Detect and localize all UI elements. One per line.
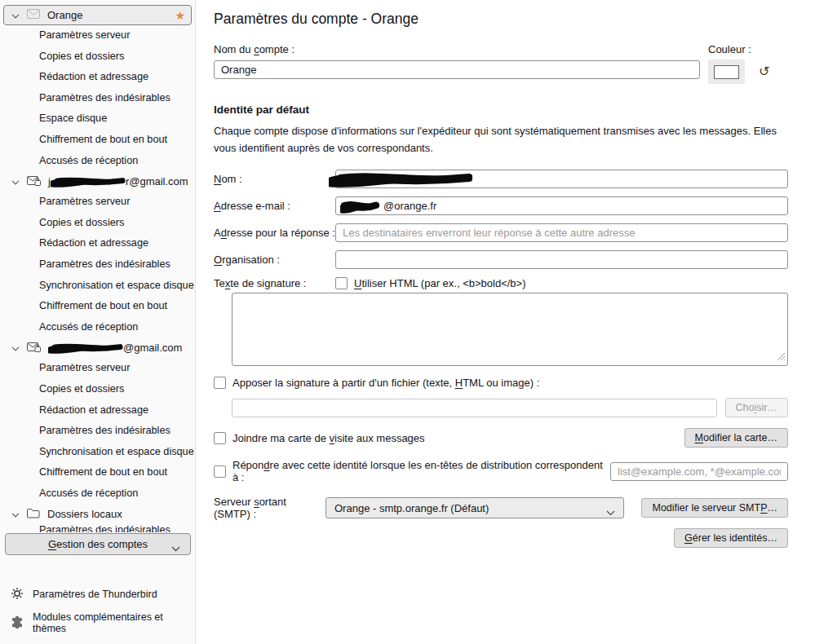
sidebar-item[interactable]: Espace disque — [0, 108, 195, 130]
sidebar: Orange ★ Paramètres serveurCopies et dos… — [0, 0, 196, 644]
manage-accounts-label: Gestion des comptes — [48, 538, 148, 550]
sidebar-item[interactable]: Chiffrement de bout en bout — [0, 130, 195, 151]
reply-to-label: Adresse pour la réponse : — [214, 227, 335, 239]
sidebar-item[interactable]: Copies et dossiers — [0, 379, 195, 400]
organization-label: Organisation : — [214, 254, 335, 266]
sidebar-item[interactable]: Paramètres serveur — [0, 25, 195, 46]
folder-icon — [27, 508, 40, 521]
choose-file-button[interactable]: Choisir… — [725, 398, 788, 417]
account-settings-pane: Paramètres du compte - Orange Nom du com… — [196, 0, 815, 644]
sidebar-footer-label: Paramètres de Thunderbird — [33, 589, 157, 600]
sidebar-account[interactable]: Dossiers locaux — [3, 504, 192, 524]
gear-icon — [11, 587, 24, 602]
sidebar-item[interactable]: Copies et dossiers — [0, 213, 195, 234]
mail-lock-icon — [27, 175, 41, 188]
account-name: Orange — [47, 9, 82, 21]
chevron-down-icon[interactable] — [11, 9, 20, 21]
color-label: Couleur : — [708, 43, 751, 55]
account-tree: Orange ★ Paramètres serveurCopies et dos… — [0, 5, 195, 524]
sidebar-item[interactable]: Accusés de réception — [0, 151, 195, 172]
attach-vcard-checkbox[interactable] — [214, 432, 226, 444]
chevron-down-icon[interactable] — [11, 508, 20, 520]
account-name-label: Nom du compte : — [214, 43, 700, 55]
signature-textarea[interactable] — [232, 293, 788, 366]
account-color-swatch[interactable] — [708, 60, 745, 84]
edit-smtp-button[interactable]: Modifier le serveur SMTP… — [641, 498, 788, 518]
use-html-checkbox[interactable] — [335, 277, 348, 289]
sidebar-item[interactable]: Rédaction et adressage — [0, 233, 195, 254]
manage-identities-button[interactable]: Gérer les identités… — [674, 528, 788, 548]
use-html-label: Utiliser HTML (par ex., <b>bold</b>) — [354, 277, 526, 289]
sidebar-item[interactable]: Rédaction et adressage — [0, 400, 195, 421]
mail-lock-icon — [27, 342, 41, 355]
sidebar-item[interactable]: Rédaction et adressage — [0, 67, 195, 88]
reply-to-input[interactable] — [335, 223, 788, 242]
sidebar-footer-item[interactable]: Paramètres de Thunderbird — [11, 584, 195, 604]
sidebar-item[interactable]: Accusés de réception — [0, 317, 195, 338]
puzzle-icon — [11, 615, 24, 631]
chevron-down-icon — [606, 506, 615, 518]
sidebar-footer: Paramètres de Thunderbird Modules complé… — [0, 584, 195, 633]
chevron-down-icon — [171, 542, 180, 554]
list-headers-input[interactable] — [610, 462, 788, 481]
sidebar-item-partial[interactable]: Paramètres des indésirables — [0, 524, 195, 532]
sidebar-item[interactable]: Synchronisation et espace disque — [0, 276, 195, 297]
reply-from-identity-label: Répondre avec cette identité lorsque les… — [233, 459, 604, 483]
chevron-down-icon[interactable] — [11, 342, 20, 354]
sidebar-account[interactable]: j r@gmail.com — [3, 171, 192, 192]
sidebar-item[interactable]: Paramètres des indésirables — [0, 254, 195, 276]
smtp-server-select[interactable]: Orange - smtp.orange.fr (Défaut) — [326, 497, 624, 518]
account-name: j r@gmail.com — [48, 175, 188, 187]
sidebar-item[interactable]: Chiffrement de bout en bout — [0, 462, 195, 483]
star-icon[interactable]: ★ — [175, 10, 185, 21]
attach-vcard-label: Joindre ma carte de visite aux messages — [233, 432, 425, 444]
attach-signature-file-checkbox[interactable] — [214, 377, 226, 389]
sidebar-item[interactable]: Paramètres des indésirables — [0, 88, 195, 109]
name-input[interactable] — [335, 170, 788, 188]
account-name: @gmail.com — [48, 342, 182, 354]
sidebar-item[interactable]: Paramètres serveur — [0, 192, 195, 213]
sidebar-item[interactable]: Chiffrement de bout en bout — [0, 296, 195, 317]
identity-description: Chaque compte dispose d'informations sur… — [214, 122, 785, 157]
sidebar-footer-item[interactable]: Modules complémentaires et thèmes — [11, 613, 195, 633]
sidebar-item[interactable]: Synchronisation et espace disque — [0, 442, 195, 463]
signature-label: Texte de signature : — [214, 277, 335, 289]
signature-file-path-input[interactable] — [232, 399, 717, 417]
email-label: Adresse e-mail : — [214, 200, 335, 212]
thunderbird-account-settings: Orange ★ Paramètres serveurCopies et dos… — [0, 0, 815, 644]
account-name-input[interactable] — [214, 60, 700, 79]
organization-input[interactable] — [335, 250, 788, 269]
sidebar-footer-label: Modules complémentaires et thèmes — [33, 611, 195, 634]
smtp-selected-value: Orange - smtp.orange.fr (Défaut) — [334, 502, 489, 514]
attach-signature-file-label: Apposer la signature à partir d'un fichi… — [233, 377, 539, 389]
reset-color-icon[interactable]: ↺ — [759, 65, 769, 78]
account-name: Dossiers locaux — [47, 508, 122, 520]
sidebar-item[interactable]: Paramètres des indésirables — [0, 421, 195, 442]
chevron-down-icon[interactable] — [11, 175, 20, 187]
manage-accounts-button[interactable]: Gestion des comptes — [5, 533, 191, 555]
sidebar-account[interactable]: Orange ★ — [3, 5, 192, 25]
sidebar-item[interactable]: Paramètres serveur — [0, 358, 195, 379]
sidebar-item[interactable]: Accusés de réception — [0, 483, 195, 505]
smtp-label: Serveur sortant (SMTP) : — [214, 496, 326, 520]
edit-vcard-button[interactable]: Modifier la carte… — [684, 428, 788, 448]
sidebar-account[interactable]: @gmail.com — [3, 337, 192, 358]
name-label: Nom : — [214, 173, 335, 185]
page-title: Paramètres du compte - Orange — [214, 11, 788, 28]
sidebar-item[interactable]: Copies et dossiers — [0, 46, 195, 68]
email-input[interactable] — [335, 196, 788, 215]
color-swatch-preview — [714, 65, 739, 79]
reply-from-identity-checkbox[interactable] — [214, 465, 226, 478]
identity-heading: Identité par défaut — [214, 104, 788, 116]
resize-grip-icon[interactable] — [777, 351, 786, 364]
mail-icon — [27, 9, 40, 21]
